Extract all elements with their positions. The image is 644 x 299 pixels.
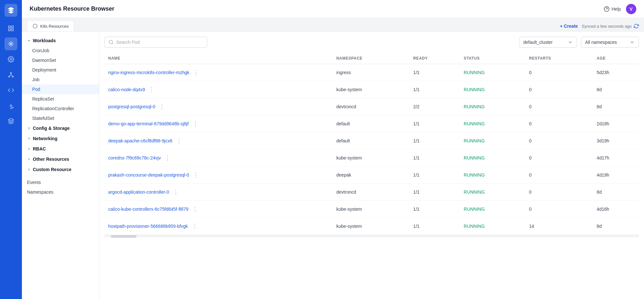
settings-icon[interactable] [5, 99, 17, 112]
svg-point-5 [10, 59, 12, 60]
cell-name: calico-kube-controllers-6c75fd845f-f8l79… [104, 201, 333, 218]
nav-item-statefulset[interactable]: StatefulSet [22, 113, 99, 123]
toolbar-row: default_cluster All namespaces [104, 37, 639, 48]
namespace-select[interactable]: All namespaces [581, 37, 639, 48]
row-actions-menu[interactable]: ⋮ [157, 102, 167, 111]
cell-restarts: 0 [525, 150, 593, 167]
row-actions-menu[interactable]: ⋮ [174, 137, 184, 145]
cell-restarts: 0 [525, 184, 593, 201]
custom-resource-section[interactable]: Custom Resource [22, 164, 99, 175]
cell-age: 8d [593, 218, 639, 235]
tab-k8s-resources[interactable]: K8s Resources [27, 21, 74, 31]
svg-point-8 [12, 76, 13, 77]
cell-restarts: 0 [525, 201, 593, 218]
cell-ready: 1/1 [409, 81, 460, 98]
row-actions-menu[interactable]: ⋮ [191, 120, 200, 128]
app-logo[interactable] [5, 4, 17, 17]
nav-item-cronjob[interactable]: CronJob [22, 46, 99, 55]
cell-name: nginx-ingress-microk8s-controller-mzhgk … [104, 64, 333, 81]
cell-name: postgresql-postgresql-0 ⋮ [104, 98, 333, 115]
cell-namespace: kube-system [333, 201, 410, 218]
table-row: deepak-apache-c6cf8df88-9jcx6 ⋮ default … [104, 132, 639, 150]
pod-name-link[interactable]: hostpath-provisioner-566686b959-bfvgk [108, 224, 188, 229]
scrollbar-thumb[interactable] [111, 235, 137, 238]
table-row: coredns-7f9c69c78c-24vjv ⋮ kube-system 1… [104, 150, 639, 167]
networking-chevron-icon [27, 137, 31, 140]
cell-status: RUNNING [460, 167, 525, 184]
workloads-section[interactable]: Workloads [22, 35, 99, 46]
nav-item-replicationcontroller[interactable]: ReplicationController [22, 104, 99, 113]
row-actions-menu[interactable]: ⋮ [147, 85, 156, 94]
networking-label: Networking [33, 136, 57, 141]
cluster-value: default_cluster [523, 40, 553, 45]
nodes-icon[interactable] [5, 68, 17, 81]
col-ready: READY [409, 53, 460, 64]
cell-ready: 1/1 [409, 150, 460, 167]
nav-item-deployment[interactable]: Deployment [22, 65, 99, 75]
search-box[interactable] [104, 37, 207, 48]
kubernetes-icon[interactable] [5, 37, 17, 50]
svg-point-4 [10, 43, 12, 45]
nav-item-job[interactable]: Job [22, 75, 99, 84]
cluster-select[interactable]: default_cluster [519, 37, 577, 48]
layers-icon[interactable] [5, 115, 17, 128]
horizontal-scrollbar[interactable] [104, 235, 639, 237]
row-actions-menu[interactable]: ⋮ [171, 188, 181, 196]
cell-status: RUNNING [460, 132, 525, 150]
networking-section[interactable]: Networking [22, 133, 99, 144]
nav-item-namespaces[interactable]: Namespaces [22, 187, 99, 197]
rbac-section[interactable]: RBAC [22, 144, 99, 154]
gear-icon[interactable] [5, 53, 17, 66]
cell-namespace: default [333, 115, 410, 132]
dashboard-icon[interactable] [5, 22, 17, 35]
cell-age: 2d18h [593, 115, 639, 132]
pod-name-link[interactable]: coredns-7f9c69c78c-24vjv [108, 155, 161, 160]
pod-name-link[interactable]: calico-kube-controllers-6c75fd845f-f8l79 [108, 207, 188, 212]
cell-restarts: 14 [525, 218, 593, 235]
create-button[interactable]: + Create [560, 24, 578, 29]
topbar: Kubernetes Resource Browser Help V [22, 0, 644, 18]
nav-item-daemonset[interactable]: DaemonSet [22, 55, 99, 65]
cell-age: 8d [593, 98, 639, 115]
row-actions-menu[interactable]: ⋮ [191, 171, 201, 179]
cell-name: coredns-7f9c69c78c-24vjv ⋮ [104, 150, 333, 167]
cell-ready: 2/2 [409, 98, 460, 115]
pod-name-link[interactable]: deepak-apache-c6cf8df88-9jcx6 [108, 138, 172, 143]
row-actions-menu[interactable]: ⋮ [191, 68, 201, 77]
help-label: Help [611, 6, 621, 12]
row-actions-menu[interactable]: ⋮ [190, 222, 200, 230]
topbar-right: Help V [604, 4, 636, 14]
code-icon[interactable] [5, 84, 17, 97]
sync-icon[interactable] [634, 24, 639, 29]
nav-item-pod[interactable]: Pod [22, 84, 99, 94]
cell-age: 3d19h [593, 132, 639, 150]
avatar[interactable]: V [626, 4, 636, 14]
pod-name-link[interactable]: prakash-concourse-deepak-postgresql-0 [108, 172, 189, 178]
nav-divider [22, 176, 99, 176]
cell-status: RUNNING [460, 201, 525, 218]
config-storage-section[interactable]: Config & Storage [22, 123, 99, 133]
table-row: demo-go-app-terminal-679dd9648b-sj8jf ⋮ … [104, 115, 639, 132]
search-input[interactable] [116, 40, 203, 45]
sync-label: Synced a few seconds ago [582, 24, 632, 29]
nav-item-replicaset[interactable]: ReplicaSet [22, 94, 99, 104]
custom-chevron-icon [27, 168, 31, 171]
pod-name-link[interactable]: calico-node-dq4x9 [108, 87, 145, 92]
nav-item-events[interactable]: Events [22, 178, 99, 187]
pod-name-link[interactable]: postgresql-postgresql-0 [108, 104, 155, 109]
other-resources-section[interactable]: Other Resources [22, 154, 99, 164]
pod-name-link[interactable]: argocd-application-controller-0 [108, 189, 169, 195]
pod-name-link[interactable]: demo-go-app-terminal-679dd9648b-sj8jf [108, 121, 189, 126]
row-actions-menu[interactable]: ⋮ [190, 205, 200, 213]
config-label: Config & Storage [33, 126, 70, 131]
rbac-label: RBAC [33, 146, 46, 151]
help-button[interactable]: Help [604, 6, 621, 12]
row-actions-menu[interactable]: ⋮ [163, 154, 172, 162]
pod-name-link[interactable]: nginx-ingress-microk8s-controller-mzhgk [108, 70, 189, 75]
cell-status: RUNNING [460, 150, 525, 167]
col-restarts: RESTARTS [525, 53, 593, 64]
table-row: calico-kube-controllers-6c75fd845f-f8l79… [104, 201, 639, 218]
cell-namespace: kube-system [333, 150, 410, 167]
cell-status: RUNNING [460, 64, 525, 81]
cell-name: demo-go-app-terminal-679dd9648b-sj8jf ⋮ [104, 115, 333, 132]
